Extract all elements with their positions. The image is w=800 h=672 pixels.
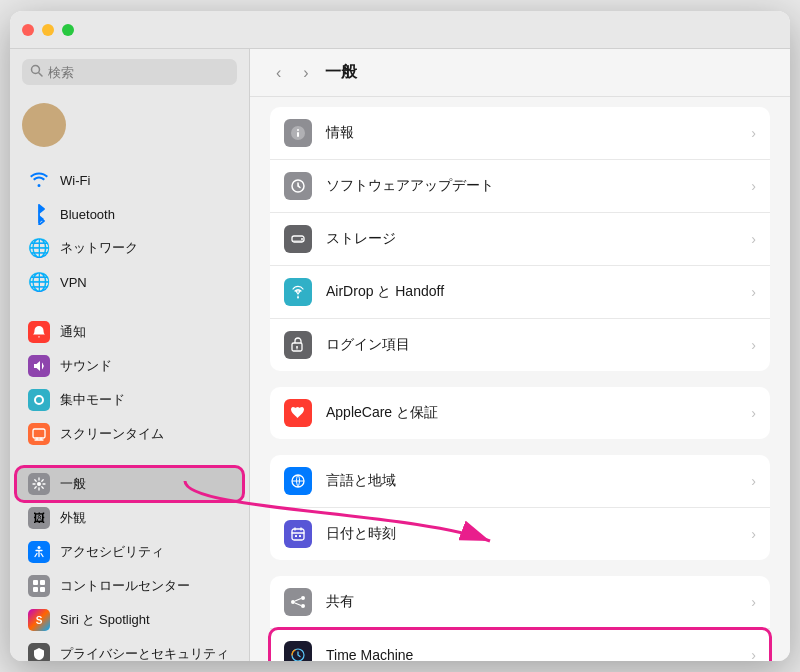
chevron-storage: ›	[751, 231, 756, 247]
timemachine-icon	[284, 641, 312, 661]
vpn-icon: 🌐	[28, 271, 50, 293]
item-label-login: ログイン項目	[326, 336, 737, 354]
sidebar-item-controlcenter[interactable]: コントロールセンター	[16, 569, 243, 603]
sidebar-label-wifi: Wi-Fi	[60, 173, 90, 188]
svg-rect-23	[299, 535, 301, 537]
sidebar-item-sound[interactable]: サウンド	[16, 349, 243, 383]
list-item-storage[interactable]: ストレージ ›	[270, 213, 770, 266]
sharing-icon	[284, 588, 312, 616]
sidebar-item-siri[interactable]: S Siri と Spotlight	[16, 603, 243, 637]
sidebar-label-appearance: 外観	[60, 509, 86, 527]
sidebar-label-screentime: スクリーンタイム	[60, 425, 164, 443]
sidebar-label-general: 一般	[60, 475, 86, 493]
maximize-button[interactable]	[62, 24, 74, 36]
list-item-software[interactable]: ソフトウェアアップデート ›	[270, 160, 770, 213]
datetime-icon	[284, 520, 312, 548]
user-profile	[10, 95, 249, 155]
sidebar-label-vpn: VPN	[60, 275, 87, 290]
sidebar-item-wifi[interactable]: Wi-Fi	[16, 163, 243, 197]
list-item-applecare[interactable]: AppleCare と保証 ›	[270, 387, 770, 439]
main-header: ‹ › 一般	[250, 49, 790, 97]
sidebar-item-screentime[interactable]: スクリーンタイム	[16, 417, 243, 451]
item-label-sharing: 共有	[326, 593, 737, 611]
svg-rect-10	[297, 132, 299, 137]
list-item-timemachine[interactable]: Time Machine ›	[270, 629, 770, 661]
item-label-info: 情報	[326, 124, 737, 142]
svg-rect-8	[40, 587, 45, 592]
search-input[interactable]	[48, 65, 229, 80]
chevron-sharing: ›	[751, 594, 756, 610]
screentime-icon	[28, 423, 50, 445]
sidebar-section-prefs: 一般 🖼 外観	[10, 465, 249, 661]
list-group-3: 言語と地域 ›	[270, 455, 770, 560]
main-content: ‹ › 一般	[250, 49, 790, 661]
appearance-icon: 🖼	[28, 507, 50, 529]
airdrop-icon	[284, 278, 312, 306]
sidebar-item-vpn[interactable]: 🌐 VPN	[16, 265, 243, 299]
svg-point-15	[301, 238, 303, 240]
chevron-datetime: ›	[751, 526, 756, 542]
sidebar-item-bluetooth[interactable]: Bluetooth	[16, 197, 243, 231]
bluetooth-icon	[28, 203, 50, 225]
svg-rect-22	[295, 535, 297, 537]
main-list: 情報 › ソフトウェアアップデート ›	[250, 97, 790, 661]
chevron-airdrop: ›	[751, 284, 756, 300]
sidebar-label-siri: Siri と Spotlight	[60, 611, 150, 629]
info-icon	[284, 119, 312, 147]
item-label-datetime: 日付と時刻	[326, 525, 737, 543]
avatar	[22, 103, 66, 147]
general-icon	[28, 473, 50, 495]
svg-point-0	[32, 66, 40, 74]
software-icon	[284, 172, 312, 200]
item-label-software: ソフトウェアアップデート	[326, 177, 737, 195]
item-label-applecare: AppleCare と保証	[326, 404, 737, 422]
list-item-datetime[interactable]: 日付と時刻 ›	[270, 508, 770, 560]
sidebar-item-focus[interactable]: 集中モード	[16, 383, 243, 417]
list-group-1: 情報 › ソフトウェアアップデート ›	[270, 107, 770, 371]
sidebar-section-network: Wi-Fi Bluetooth	[10, 161, 249, 301]
sidebar-label-accessibility: アクセシビリティ	[60, 543, 164, 561]
focus-icon	[28, 389, 50, 411]
list-item-airdrop[interactable]: AirDrop と Handoff ›	[270, 266, 770, 319]
list-item-login[interactable]: ログイン項目 ›	[270, 319, 770, 371]
language-icon	[284, 467, 312, 495]
sidebar-item-privacy[interactable]: プライバシーとセキュリティ	[16, 637, 243, 661]
search-icon	[30, 63, 43, 81]
svg-line-1	[39, 73, 42, 76]
svg-point-24	[301, 596, 305, 600]
sidebar-item-notifications[interactable]: 通知	[16, 315, 243, 349]
sidebar-item-appearance[interactable]: 🖼 外観	[16, 501, 243, 535]
siri-icon: S	[28, 609, 50, 631]
list-group-4: 共有 › Time Ma	[270, 576, 770, 661]
sound-icon	[28, 355, 50, 377]
sidebar-item-network[interactable]: 🌐 ネットワーク	[16, 231, 243, 265]
chevron-info: ›	[751, 125, 756, 141]
svg-point-11	[297, 129, 299, 131]
svg-rect-2	[33, 429, 45, 438]
item-label-language: 言語と地域	[326, 472, 737, 490]
page-title: 一般	[325, 62, 357, 83]
sidebar-label-privacy: プライバシーとセキュリティ	[60, 645, 229, 661]
list-item-info[interactable]: 情報 ›	[270, 107, 770, 160]
sidebar: Wi-Fi Bluetooth	[10, 49, 250, 661]
chevron-applecare: ›	[751, 405, 756, 421]
chevron-software: ›	[751, 178, 756, 194]
sidebar-item-general[interactable]: 一般	[16, 467, 243, 501]
minimize-button[interactable]	[42, 24, 54, 36]
sidebar-label-focus: 集中モード	[60, 391, 125, 409]
list-item-language[interactable]: 言語と地域 ›	[270, 455, 770, 508]
sidebar-label-network: ネットワーク	[60, 239, 138, 257]
chevron-login: ›	[751, 337, 756, 353]
back-button[interactable]: ‹	[270, 62, 287, 84]
list-item-sharing[interactable]: 共有 ›	[270, 576, 770, 629]
svg-rect-7	[33, 587, 38, 592]
item-label-timemachine: Time Machine	[326, 647, 737, 661]
login-icon	[284, 331, 312, 359]
forward-button[interactable]: ›	[297, 62, 314, 84]
storage-icon	[284, 225, 312, 253]
sidebar-item-accessibility[interactable]: アクセシビリティ	[16, 535, 243, 569]
close-button[interactable]	[22, 24, 34, 36]
controlcenter-icon	[28, 575, 50, 597]
chevron-language: ›	[751, 473, 756, 489]
svg-point-4	[38, 546, 41, 549]
